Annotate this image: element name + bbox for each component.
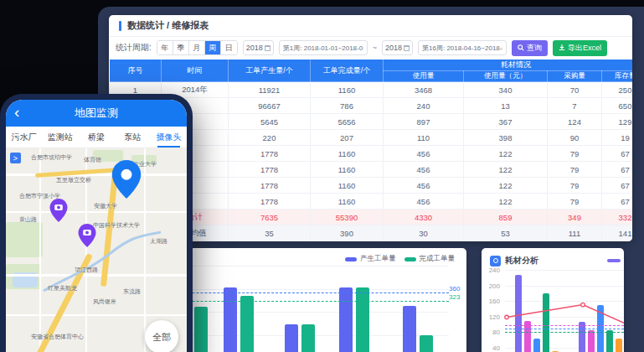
legend-item-产生工单量[interactable]: 产生工单量 — [345, 254, 396, 264]
cell-value: 332 — [602, 210, 633, 225]
average-line-label: 323 — [449, 293, 472, 301]
search-icon — [518, 44, 524, 51]
y-axis-tick: 120 — [482, 313, 500, 321]
map-road — [6, 314, 187, 316]
chart2-legend-marker[interactable] — [607, 259, 621, 262]
camera-pin-main[interactable] — [111, 160, 142, 202]
breadcrumb-bar: 数据统计 / 维修报表 — [109, 15, 632, 37]
cell-value: 13 — [464, 98, 548, 114]
chart-icon — [490, 256, 501, 267]
bar-产生工单量 — [224, 287, 237, 352]
cell-value: 55390 — [311, 210, 384, 225]
tab-桥梁[interactable]: 桥梁 — [78, 127, 114, 148]
table-row: 12014年119211160346834070250 — [110, 82, 633, 98]
average-line — [505, 332, 624, 333]
cell-value: 11921 — [229, 82, 311, 98]
sub-header: 使用量（元） — [464, 71, 548, 82]
tab-污水厂[interactable]: 污水厂 — [6, 127, 42, 148]
cell-value: 367 — [464, 114, 548, 130]
map-label: 东流路 — [123, 287, 141, 296]
tab-摄像头[interactable]: 摄像头 — [151, 127, 187, 148]
cell-value: 859 — [464, 210, 548, 225]
sub-header: 库存量 — [602, 71, 633, 82]
map-expand-button[interactable]: > — [10, 153, 21, 163]
start-year-select[interactable]: 2018 — [243, 40, 274, 55]
end-week-input[interactable] — [418, 40, 507, 55]
start-week-input[interactable] — [279, 40, 368, 55]
cell-value: 35 — [229, 225, 311, 241]
legend-item-完成工单量[interactable]: 完成工单量 — [404, 254, 456, 264]
map-road — [6, 211, 187, 213]
cell-value: 79 — [548, 162, 602, 178]
cell-value: 70 — [548, 82, 602, 98]
cell-value: 129 — [602, 114, 633, 130]
period-option-日[interactable]: 日 — [221, 41, 237, 54]
cell-value: 456 — [384, 162, 464, 178]
cell-value: 122 — [464, 146, 548, 162]
calendar-icon — [404, 45, 410, 51]
back-icon[interactable]: ‹ — [14, 102, 19, 122]
cell-value: 5656 — [311, 114, 384, 130]
cell-value: 1160 — [311, 82, 384, 98]
period-option-季[interactable]: 季 — [173, 41, 189, 54]
calendar-icon — [265, 45, 270, 51]
map-park — [6, 222, 43, 257]
legend-label: 产生工单量 — [360, 254, 396, 264]
bar-完成工单量 — [356, 287, 369, 352]
camera-pin[interactable] — [49, 199, 68, 225]
cell-value: 79 — [548, 146, 602, 162]
y-axis-tick: 200 — [482, 282, 500, 290]
map-label: 体育馆 — [84, 156, 101, 164]
cell-value: 111 — [548, 225, 602, 241]
cell-value: 220 — [229, 130, 311, 146]
cell-value: 122 — [464, 194, 548, 210]
bar-完成工单量 — [194, 307, 208, 352]
cell-value: 79 — [548, 194, 602, 210]
cell-value: 19 — [602, 130, 633, 146]
tab-泵站[interactable]: 泵站 — [115, 127, 151, 148]
cell-value: 122 — [464, 178, 548, 194]
cell-value: 240 — [384, 98, 464, 114]
bar-series-1 — [588, 330, 595, 352]
cell-value: 67 — [602, 194, 633, 210]
cell-value: 30 — [384, 225, 464, 241]
map-road — [144, 148, 146, 352]
map-label: 安徽大学 — [94, 202, 117, 210]
cell-value: 1778 — [229, 146, 311, 162]
tab-监测站[interactable]: 监测站 — [42, 127, 78, 148]
map-road — [6, 274, 187, 277]
breadcrumb: 数据统计 / 维修报表 — [127, 19, 209, 32]
breadcrumb-accent — [119, 21, 121, 31]
cell-value: 1160 — [311, 194, 384, 210]
cell-value: 250 — [602, 82, 633, 98]
col-header: 工单完成量/个 — [311, 60, 384, 82]
cell-value: 96667 — [229, 98, 311, 114]
period-option-月[interactable]: 月 — [189, 41, 205, 54]
col-header: 序号 — [110, 60, 162, 82]
map-label: 望江西路 — [75, 266, 98, 274]
average-line — [505, 329, 624, 329]
gridline — [505, 286, 624, 287]
show-all-button[interactable]: 全部 — [145, 320, 178, 352]
download-icon — [559, 44, 565, 51]
filter-bar: 统计周期: 年季月周日 2018 ~ 2018 查询 导出Excel — [109, 37, 632, 59]
map-view[interactable]: 合肥市琥珀中学体育馆安徽农业大学五里墩立交桥合肥市宁溪小学安徽大学黄山路中国科学… — [6, 148, 187, 352]
cell-value: 390 — [311, 225, 384, 241]
y-axis-tick: 160 — [482, 298, 500, 305]
gridline — [505, 317, 624, 318]
end-year-select[interactable]: 2018 — [382, 40, 413, 55]
gridline — [505, 301, 624, 302]
cell-value: 3468 — [384, 82, 464, 98]
bar-series-0 — [515, 275, 522, 352]
period-option-周[interactable]: 周 — [205, 41, 221, 54]
chart1-legend: 产生工单量完成工单量 — [345, 254, 455, 264]
bar-产生工单量 — [339, 287, 353, 352]
cell-value: 398 — [464, 130, 548, 146]
period-option-年[interactable]: 年 — [157, 41, 173, 54]
gridline — [505, 270, 624, 271]
query-button[interactable]: 查询 — [512, 40, 548, 56]
map-road — [39, 148, 41, 352]
camera-pin[interactable] — [78, 224, 96, 251]
export-excel-button[interactable]: 导出Excel — [553, 40, 607, 56]
cell-value: 53 — [464, 225, 548, 241]
